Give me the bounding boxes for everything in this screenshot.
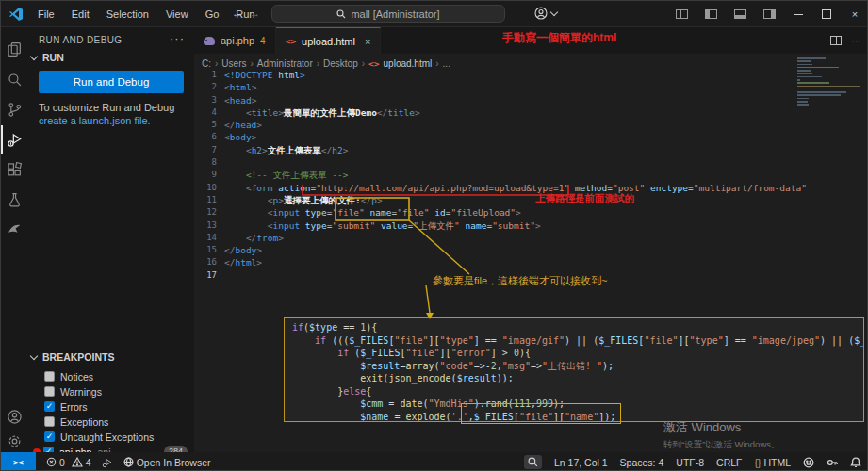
hint-text: To customize Run and Debug <box>39 102 174 113</box>
problems-indicator[interactable]: 0 4 <box>46 457 91 468</box>
editor-more-actions-icon[interactable]: ··· <box>851 35 861 46</box>
editor-area: api.php 4 <> upload.html × ··· C:› Users… <box>194 27 868 452</box>
magnifier-icon <box>528 457 538 467</box>
close-button[interactable]: × <box>841 1 868 27</box>
source-control-icon[interactable] <box>1 95 27 123</box>
highlight-box-files-name <box>461 403 621 424</box>
chevron-down-icon <box>30 52 38 59</box>
vscode-logo-icon <box>8 7 24 22</box>
tab-problems-badge: 4 <box>260 36 266 46</box>
breakpoint-exceptions[interactable]: Exceptions <box>44 414 108 429</box>
breakpoint-uncaught[interactable]: ✓ Uncaught Exceptions <box>44 430 154 444</box>
feedback-smiley-icon[interactable] <box>803 457 814 468</box>
minimize-button[interactable] <box>784 1 812 27</box>
nav-forward-icon[interactable]: → <box>250 8 260 19</box>
menu-go[interactable]: Go <box>197 8 228 20</box>
indentation[interactable]: Spaces: 4 <box>620 457 664 468</box>
settings-gear-icon[interactable] <box>1 427 27 455</box>
split-editor-icon[interactable] <box>830 36 842 45</box>
php-file-icon <box>204 37 215 45</box>
globe-icon <box>123 457 134 467</box>
warning-icon <box>72 457 83 467</box>
run-debug-sidebar: RUN AND DEBUG ··· RUN Run and Debug To c… <box>27 27 194 452</box>
section-run[interactable]: RUN <box>31 52 64 63</box>
html-file-icon: <> <box>368 58 379 69</box>
customize-layout-icon[interactable] <box>676 9 688 19</box>
code-editor[interactable]: 1<!DOCTYPE html>2<html>3<head>4 <title>最… <box>194 69 797 282</box>
checkbox-checked[interactable]: ✓ <box>44 431 55 442</box>
section-breakpoints[interactable]: BREAKPOINTS <box>31 351 114 363</box>
restore-button[interactable] <box>812 1 841 27</box>
sidebar-title: RUN AND DEBUG <box>39 35 123 45</box>
toggle-panel-icon[interactable] <box>734 9 746 19</box>
breakpoints-title: BREAKPOINTS <box>42 351 114 363</box>
account-icon <box>533 6 549 21</box>
open-in-browser[interactable]: Open In Browser <box>123 457 211 468</box>
bird-extension-icon[interactable] <box>1 214 27 242</box>
chevron-down-icon <box>30 351 38 359</box>
title-bar: File Edit Selection View Go Run ··· ← → … <box>1 1 868 27</box>
checkbox-unchecked[interactable] <box>44 386 55 397</box>
menu-file[interactable]: File <box>29 8 63 20</box>
checkbox-unchecked[interactable] <box>44 416 55 427</box>
arrow-line <box>426 285 430 313</box>
language-mode[interactable]: {} HTML <box>754 457 791 468</box>
checkbox-checked[interactable]: ✓ <box>44 401 55 412</box>
html-file-icon: <> <box>286 36 296 46</box>
create-launch-json-link[interactable]: create a launch.json file. <box>39 115 151 126</box>
annotation-path-red: 上傳路徑是前面測試的 <box>535 192 634 205</box>
debug-status-icon[interactable] <box>102 457 113 468</box>
account-menu[interactable] <box>533 6 557 21</box>
breakpoint-warnings[interactable]: Warnings <box>44 384 102 398</box>
search-icon <box>336 9 346 19</box>
cursor-position[interactable]: Ln 17, Col 1 <box>554 457 608 468</box>
remote-indicator[interactable]: >< <box>1 452 36 471</box>
run-and-debug-icon[interactable] <box>1 125 27 154</box>
notifications-bell-icon[interactable] <box>850 457 861 468</box>
vscode-window: File Edit Selection View Go Run ··· ← → … <box>0 0 868 471</box>
tab-upload-html[interactable]: <> upload.html × <box>276 27 382 54</box>
tab-api-php[interactable]: api.php 4 <box>194 27 276 54</box>
status-bar: >< 0 4 Open In Browser <box>1 452 868 471</box>
breakpoint-errors[interactable]: ✓ Errors <box>44 399 88 414</box>
testing-icon[interactable] <box>1 186 27 214</box>
error-icon <box>46 457 57 467</box>
encoding[interactable]: UTF-8 <box>676 457 704 468</box>
extensions-icon[interactable] <box>1 155 27 184</box>
chevron-down-icon <box>550 8 558 15</box>
menu-view[interactable]: View <box>157 8 197 20</box>
run-and-debug-button[interactable]: Run and Debug <box>39 71 184 93</box>
activity-bar <box>1 27 27 452</box>
explorer-icon[interactable] <box>1 35 27 63</box>
sidebar-more-actions[interactable]: ··· <box>170 31 185 45</box>
screencast-zoom-indicator[interactable] <box>524 455 542 469</box>
launch-hint: To customize Run and Debug create a laun… <box>39 101 180 127</box>
minimap[interactable] <box>797 57 865 107</box>
windows-watermark: 激活 Windows 转到“设置”以激活 Windows。 <box>663 419 780 451</box>
annotation-top-red: 手動寫一個簡單的html <box>502 30 616 46</box>
eol-sequence[interactable]: CRLF <box>716 457 742 468</box>
window-controls: × <box>667 1 868 27</box>
menu-edit[interactable]: Edit <box>63 8 98 20</box>
menu-selection[interactable]: Selection <box>98 8 157 20</box>
annotation-param-yellow: 參數要是file，這樣後端才可以接收到~ <box>433 274 608 288</box>
nav-back-icon[interactable]: ← <box>232 8 242 19</box>
breakpoint-notices[interactable]: Notices <box>44 369 93 383</box>
section-run-label: RUN <box>42 52 64 63</box>
checkbox-unchecked[interactable] <box>44 371 55 382</box>
toggle-sidebar-icon[interactable] <box>705 9 717 19</box>
search-sidebar-icon[interactable] <box>1 65 27 93</box>
command-center-search[interactable]: mall [Administrator] <box>271 5 505 23</box>
close-tab-icon[interactable]: × <box>365 36 370 47</box>
search-value: mall [Administrator] <box>351 8 439 20</box>
key-icon[interactable] <box>827 457 838 468</box>
toggle-secondary-sidebar-icon[interactable] <box>763 9 776 19</box>
